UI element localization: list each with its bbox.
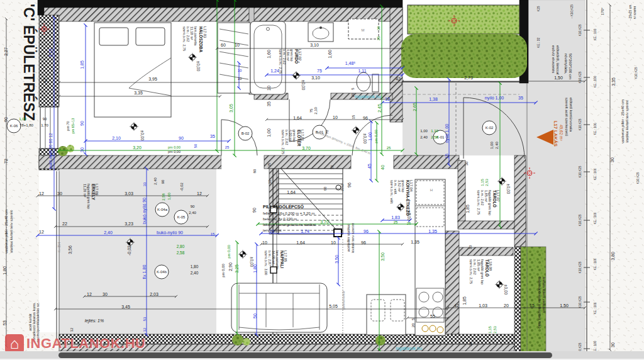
dim-label: 1,48⁵	[345, 61, 356, 65]
dim-label: NAPPALI	[280, 250, 284, 268]
dim-label: pm 0,00	[221, 264, 225, 278]
dim-label: lejtés: 1%	[85, 318, 104, 323]
dim-label: 1,80	[191, 264, 199, 269]
dim-label: 42	[396, 77, 401, 81]
dim-label: statikai kiviteli terv szerint	[625, 100, 629, 143]
dim-label: 30	[57, 191, 62, 196]
dim-label: szerk.b.m.: 2,75	[279, 49, 282, 74]
opening-tag-K-06: K-06	[7, 119, 21, 133]
dim-label: 50*260*100 cm	[569, 53, 572, 79]
dim-label: 53	[3, 320, 7, 325]
dim-label: K10;K25	[636, 172, 640, 184]
dim-label: KE.: 100	[593, 302, 597, 314]
horizontal-scrollbar-thumb[interactable]	[58, 352, 552, 358]
dim-label: belépés: 8x 0,230 m	[263, 217, 297, 221]
watermark-house-icon: ⌂	[5, 334, 24, 353]
opening-tag-K-02: K-02	[482, 121, 496, 135]
watermark-logo: ⌂ INGATLANOK.HU	[5, 334, 145, 353]
tree-canopy	[401, 34, 527, 78]
dim-label: 35	[518, 96, 523, 100]
dim-label: pm 0,00	[168, 150, 180, 154]
dim-label: vasbeton pillér - 25x40 cm	[4, 210, 8, 254]
dim-label: KE.: 100	[593, 258, 597, 270]
dim-label: - 25x25 cm	[628, 5, 632, 21]
dim-label: 1,00	[167, 193, 171, 200]
dim-label: födémáttörésbe kifeszített háló	[538, 277, 541, 329]
dim-label: szerk.b.m.: 2,75	[477, 190, 480, 215]
dim-label: 12	[87, 292, 92, 296]
steel-column	[334, 229, 341, 237]
dim-label: 2,40	[495, 142, 499, 149]
dim-label: 1,64	[287, 190, 296, 194]
opening-id: K-05	[177, 215, 186, 219]
dim-label: 1,35	[428, 229, 437, 233]
dim-label: nyíló 1,00	[445, 124, 450, 143]
dim-label: 2,45	[377, 104, 382, 113]
dim-label: 50	[194, 143, 197, 148]
dim-label: K10;K25	[578, 166, 582, 177]
dim-label: 1,64	[296, 240, 305, 245]
dim-label: leesés elleni védelem	[542, 277, 546, 313]
dim-label: 90	[4, 117, 8, 122]
dim-label: ±0,00	[504, 284, 508, 295]
dim-label: 2,90	[228, 262, 233, 271]
dim-label: 25	[407, 222, 411, 225]
dim-label: 75	[317, 69, 322, 73]
washbasin	[308, 23, 333, 42]
dim-label: ELŐTÉR	[297, 130, 302, 147]
dim-label: szerk.b.m.: 2,75	[469, 259, 473, 284]
opening-id: K-02	[486, 126, 494, 130]
opening-id: B-02	[242, 132, 250, 135]
dim-label: 25	[225, 145, 230, 149]
dim-label: 1,35	[411, 240, 419, 244]
dim-label: 11,20 m²	[83, 184, 87, 197]
dim-label: 10	[238, 69, 242, 72]
dim-label: KE.: 100	[593, 168, 597, 180]
horizontal-scrollbar-track[interactable]	[0, 351, 644, 359]
dim-label: bukó-nyíló 90	[157, 230, 183, 235]
dim-label: 20	[351, 93, 355, 97]
dim-label: 1,64	[293, 116, 302, 120]
dim-label: 80	[253, 169, 257, 173]
dim-label: 1,00	[490, 142, 494, 149]
dim-label: K10;K25	[578, 214, 582, 226]
dim-label: 2,40	[420, 135, 428, 139]
dim-label: 75	[309, 108, 313, 113]
dim-label: 96	[347, 183, 352, 188]
dim-label: 1,24	[270, 69, 279, 73]
dim-label: KE.: 100	[593, 28, 597, 40]
dim-label: 35	[210, 134, 215, 138]
dim-label: 30	[610, 157, 614, 162]
dim-label: 2,58	[162, 193, 165, 201]
bed	[94, 23, 171, 117]
dim-label: 2,10	[112, 136, 121, 140]
dim-label: 12	[39, 230, 44, 234]
dim-label: 96	[363, 116, 368, 120]
dim-label: 90	[252, 208, 257, 213]
dim-label: 1,00	[19, 117, 26, 121]
dim-label: előtető kontúrvonala	[569, 98, 573, 132]
dim-label: 12	[143, 327, 147, 332]
dim-label: ±0,00	[140, 130, 145, 141]
dim-label: 15	[352, 115, 355, 119]
dim-label: 2,27	[4, 47, 8, 56]
dim-label: ±0,00	[407, 210, 411, 221]
dim-label: 3,23	[125, 222, 133, 226]
dim-label: 10	[238, 77, 242, 81]
dim-label: 1,80	[253, 264, 257, 273]
dim-label: 90	[161, 179, 165, 184]
dim-label: 10	[269, 229, 274, 233]
dim-label: 1,80	[3, 266, 7, 275]
dim-label: 3,50	[380, 252, 385, 261]
dim-label: 3,10	[311, 76, 320, 80]
opening-id: K-06	[10, 124, 18, 128]
dim-label: TÁROLÓ	[485, 259, 490, 276]
dim-label: 10	[469, 245, 472, 249]
dim-label: 30	[103, 292, 108, 296]
dim-label: KE.: 32	[536, 38, 540, 48]
dim-label: KE.: 100	[593, 76, 597, 87]
dim-label: 10	[235, 43, 240, 47]
dim-label: 55	[430, 314, 435, 318]
dim-label: 90	[43, 117, 47, 121]
dim-label: 2,10	[314, 107, 318, 115]
